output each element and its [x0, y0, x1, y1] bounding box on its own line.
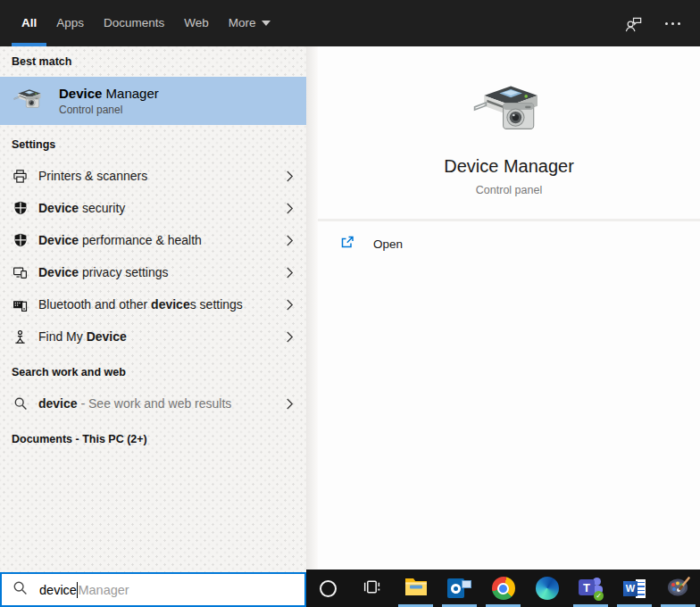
preview-panel: Device Manager Control panel Open [318, 46, 700, 570]
shield-icon [12, 233, 28, 247]
word-button[interactable]: W [612, 570, 656, 607]
chevron-right-icon [286, 234, 294, 247]
task-view-icon [362, 577, 382, 601]
word-icon: W [623, 579, 646, 598]
taskbar: T✓ W [306, 570, 700, 607]
file-explorer-icon [404, 577, 428, 600]
settings-item-device-privacy[interactable]: Device privacy settings [0, 256, 306, 288]
open-external-icon [339, 234, 355, 254]
windows-search-flyout: All Apps Documents Web More Best match [0, 0, 700, 607]
search-input[interactable]: deviceManager [0, 572, 306, 607]
tab-documents[interactable]: Documents [94, 2, 174, 46]
chrome-icon [492, 577, 515, 600]
inline-suggestion: Manager [78, 583, 129, 597]
search-icon [12, 396, 28, 411]
settings-item-printers-scanners[interactable]: Printers & scanners [0, 160, 306, 192]
device-manager-icon [12, 87, 45, 115]
section-header-search-web: Search work and web [0, 353, 306, 387]
preview-subtitle: Control panel [318, 184, 700, 196]
chevron-down-icon [262, 21, 271, 26]
more-dropdown[interactable]: More [219, 2, 280, 46]
open-action[interactable]: Open [318, 221, 700, 266]
settings-item-find-my-device[interactable]: Find My Device [0, 320, 306, 353]
section-header-documents: Documents - This PC (2+) [0, 420, 306, 454]
edge-button[interactable] [525, 570, 569, 607]
chevron-right-icon [286, 266, 294, 279]
settings-item-device-performance-health[interactable]: Device performance & health [0, 224, 306, 256]
search-icon [12, 580, 28, 599]
devices-icon [12, 265, 28, 280]
printer-icon [12, 169, 28, 184]
tab-web[interactable]: Web [174, 2, 219, 46]
panel-divider [306, 46, 318, 570]
more-options-icon[interactable] [665, 22, 680, 25]
file-explorer-button[interactable] [394, 570, 438, 607]
paint-icon [667, 576, 690, 601]
web-search-item[interactable]: device - See work and web results [0, 387, 306, 420]
search-results-panel: Best match [0, 46, 306, 572]
section-header-settings: Settings [0, 125, 306, 160]
outlook-icon [447, 578, 471, 599]
search-filter-bar: All Apps Documents Web More [0, 0, 700, 46]
cortana-button[interactable] [306, 570, 350, 607]
find-my-device-icon [12, 329, 28, 345]
chrome-button[interactable] [481, 570, 525, 607]
task-view-button[interactable] [350, 570, 394, 607]
teams-icon: T✓ [579, 577, 603, 600]
best-match-result[interactable]: Device Manager Control panel [0, 77, 306, 125]
chevron-right-icon [286, 298, 294, 312]
paint-button[interactable] [656, 570, 700, 607]
best-match-subtitle: Control panel [59, 104, 159, 116]
chevron-right-icon [286, 330, 294, 344]
typed-text: device [39, 583, 77, 597]
device-manager-icon [470, 80, 548, 141]
preview-title: Device Manager [318, 156, 700, 177]
open-label: Open [373, 237, 403, 251]
tab-apps[interactable]: Apps [46, 2, 94, 46]
topbar-actions [623, 0, 700, 46]
tab-all[interactable]: All [12, 2, 46, 46]
bluetooth-devices-icon [12, 297, 28, 312]
edge-icon [536, 577, 559, 600]
chevron-right-icon [286, 202, 294, 215]
chevron-right-icon [286, 170, 294, 183]
feedback-icon[interactable] [623, 13, 644, 34]
section-header-best-match: Best match [0, 46, 306, 77]
cortana-icon [320, 580, 337, 597]
teams-button[interactable]: T✓ [569, 570, 612, 607]
filter-tabs: All Apps Documents Web More [0, 0, 280, 46]
outlook-button[interactable] [438, 570, 481, 607]
shield-icon [12, 201, 28, 215]
settings-item-device-security[interactable]: Device security [0, 192, 306, 224]
settings-item-bluetooth-devices[interactable]: Bluetooth and other devices settings [0, 288, 306, 320]
best-match-title: Device Manager [59, 86, 159, 101]
chevron-right-icon [286, 397, 294, 411]
